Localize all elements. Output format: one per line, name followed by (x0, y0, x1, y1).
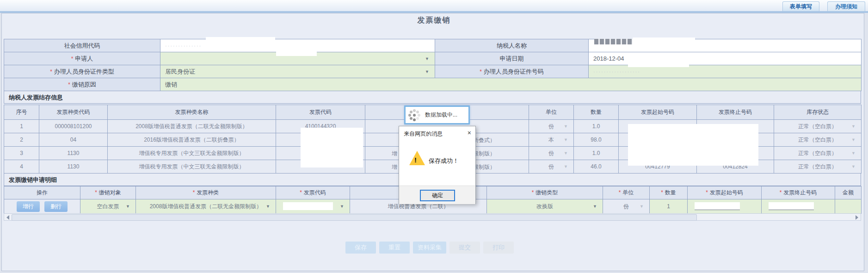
redaction-box (283, 202, 333, 210)
redaction-box (769, 202, 814, 210)
required-mark: * (68, 81, 70, 88)
ok-button[interactable]: 确定 (420, 190, 455, 201)
reason-label: *缴销原因 (4, 78, 160, 91)
chevron-down-icon: ▼ (340, 204, 344, 209)
redaction-box (206, 37, 275, 45)
col-status: 库存状态 (774, 105, 862, 120)
col-unit: *单位 (603, 186, 650, 199)
cell-type-name: 增值税专用发票（中文三联无金额限制版） (108, 147, 276, 160)
unit-select[interactable]: 份▼ (603, 199, 650, 214)
id-type-label-text: 办理人员身份证件类型 (54, 68, 114, 75)
loading-text: 数据加载中... (425, 111, 457, 119)
close-icon[interactable]: × (468, 129, 471, 136)
qty-field[interactable]: 1 (650, 199, 688, 214)
id-number-label: *办理人员身份证件号码 (435, 65, 589, 78)
screen: 表单填写 办理须知 发票缴销 社会信用代码 ·············· 纳税人… (0, 0, 868, 273)
chevron-down-icon: ▼ (564, 151, 568, 155)
chevron-down-icon: ▼ (851, 164, 856, 169)
chevron-down-icon: ▼ (266, 204, 270, 209)
save-button[interactable]: 保存 (345, 242, 376, 254)
col-op: 操作 (4, 186, 80, 199)
reset-button[interactable]: 重置 (379, 242, 410, 254)
chevron-down-icon: ▼ (851, 137, 856, 142)
chevron-down-icon[interactable]: ▼ (425, 69, 429, 74)
col-code: 发票代码 (276, 105, 365, 120)
cell-op: 增行删行 (4, 199, 80, 214)
cell-type-code: 1130 (39, 147, 108, 160)
target-select[interactable]: 空白发票▼ (80, 199, 136, 214)
submit-button[interactable]: 提交 (449, 242, 480, 254)
stock-section-title: 纳税人发票结存信息 (4, 91, 861, 104)
reason-field[interactable]: 缴销 (160, 78, 862, 91)
delete-row-button[interactable]: 删行 (44, 201, 68, 212)
required-mark: * (480, 68, 482, 75)
cell-status[interactable]: 正常（空白票）▼ (774, 160, 862, 174)
cell-status[interactable]: 正常（空白票）▼ (774, 120, 862, 133)
reason-label-text: 缴销原因 (72, 81, 96, 88)
type-select[interactable]: 2008版增值税普通发票（二联无金额限制版）▼ (136, 199, 276, 214)
redaction-box (628, 124, 758, 166)
chevron-down-icon: ▼ (126, 204, 130, 209)
scroll-right-icon[interactable] (856, 215, 858, 220)
col-type-name: 发票种类名称 (108, 105, 276, 120)
col-code: *发票代码 (276, 186, 350, 199)
id-type-label: *办理人员身份证件类型 (4, 65, 160, 78)
dialog-message: 保存成功！ (429, 157, 459, 165)
apply-date-label: 申请日期 (435, 52, 589, 65)
cell-seq: 4 (4, 160, 39, 174)
cell-qty: 1.0 (574, 120, 619, 133)
chevron-down-icon: ▼ (851, 151, 856, 155)
print-button[interactable]: 打印 (483, 242, 514, 254)
col-type-code: 发票种类代码 (39, 105, 108, 120)
col-amount: 金额 (835, 186, 862, 199)
id-type-value: 居民身份证 (165, 68, 195, 75)
cell-unit[interactable]: 份▼ (529, 160, 574, 174)
credit-code-ghost: ·············· (165, 43, 202, 49)
tab-instructions[interactable]: 办理须知 (827, 1, 865, 12)
col-seq: 序号 (4, 105, 39, 120)
add-row-button[interactable]: 增行 (17, 201, 40, 212)
id-type-select[interactable]: 居民身份证▼ (160, 65, 435, 78)
col-qty: *数量 (650, 186, 688, 199)
cell-qty: 98.0 (574, 133, 619, 147)
chevron-down-icon: ▼ (593, 204, 597, 209)
tab-form-fill[interactable]: 表单填写 (782, 1, 819, 12)
chevron-down-icon: ▼ (564, 124, 568, 129)
id-number-ghost: ·················· (593, 69, 640, 74)
required-mark: * (71, 56, 74, 62)
cell-unit[interactable]: 份▼ (529, 120, 574, 133)
cell-status[interactable]: 正常（空白票）▼ (774, 133, 862, 147)
horizontal-scrollbar[interactable] (4, 213, 861, 221)
amount-field (835, 199, 862, 214)
scroll-left-icon[interactable] (6, 215, 9, 220)
credit-code-label: 社会信用代码 (4, 39, 160, 52)
col-qty: 数量 (574, 105, 619, 120)
cancel-type-select[interactable]: 改换版▼ (487, 199, 603, 214)
cell-type-code: 04 (39, 133, 108, 147)
cell-type-name: 2008版增值税普通发票（二联无金额限制版） (108, 120, 276, 133)
chevron-down-icon[interactable]: ▼ (425, 56, 429, 61)
cell-unit[interactable]: 本▼ (529, 133, 574, 147)
header-form: 社会信用代码 ·············· 纳税人名称 *申请人 ▼ 申请日期 … (4, 39, 862, 91)
dialog-title: 来自网页的消息 (404, 130, 443, 138)
required-mark: * (50, 68, 52, 75)
cell-type-code: 1130 (39, 160, 108, 174)
chevron-down-icon: ▼ (564, 164, 568, 169)
cell-unit[interactable]: 份▼ (529, 147, 574, 160)
footer-button-row: 保存 重置 资料采集 提交 打印 (0, 242, 868, 254)
warning-icon (409, 151, 425, 165)
col-start: 发票起始号码 (619, 105, 697, 120)
chevron-down-icon: ▼ (640, 204, 644, 209)
cell-status[interactable]: 正常（空白票）▼ (774, 147, 862, 160)
redaction-box (276, 48, 317, 56)
dialog-footer: 确定 (399, 186, 475, 204)
cell-seq: 1 (4, 120, 39, 133)
col-start: *发票起始号码 (688, 186, 762, 199)
scrollbar-thumb[interactable] (12, 214, 697, 221)
webpage-message-dialog: 来自网页的消息 × ! 保存成功！ 确定 (399, 126, 476, 204)
collect-button[interactable]: 资料采集 (413, 242, 446, 254)
cell-type-name: 2016版增值税普通发票（二联折叠票） (108, 133, 276, 147)
col-cancel-type: *缴销类型 (487, 186, 603, 199)
chevron-down-icon: ▼ (564, 137, 568, 142)
redaction-box (633, 37, 695, 45)
